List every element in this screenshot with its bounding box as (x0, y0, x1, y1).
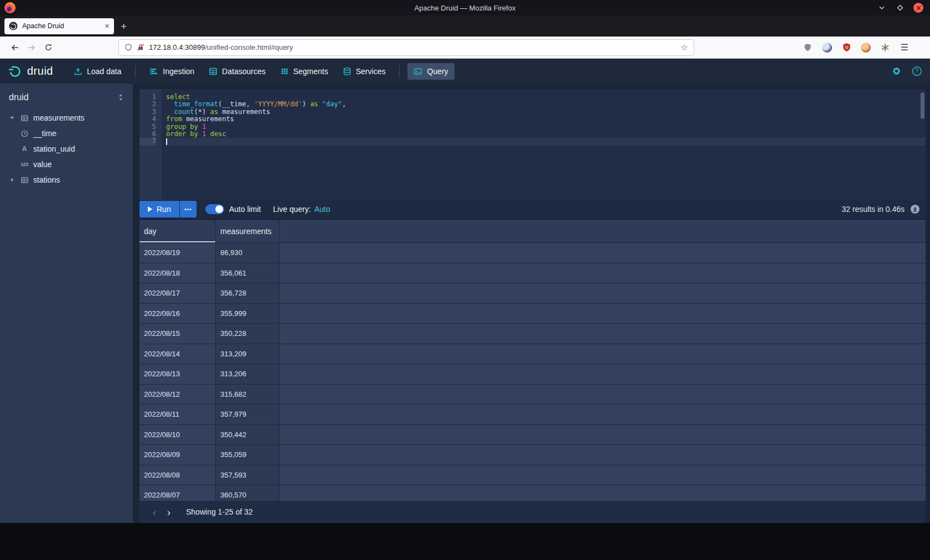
code-line[interactable]: from measurements (166, 116, 926, 123)
cell-day[interactable]: 2022/08/09 (140, 445, 216, 465)
editor-code[interactable]: select time_format(__time, 'YYYY/MM/dd')… (162, 89, 926, 200)
cell-measurements[interactable]: 86,930 (216, 243, 280, 263)
run-more-button[interactable]: ••• (180, 201, 197, 217)
cell-day[interactable]: 2022/08/19 (140, 243, 216, 263)
table-row[interactable]: 2022/08/13313,206 (140, 364, 926, 385)
back-button[interactable] (7, 39, 23, 56)
table-row[interactable]: 2022/08/16355,999 (140, 304, 926, 324)
window-maximize-button[interactable] (895, 3, 905, 13)
profile-avatar-icon[interactable] (858, 40, 874, 55)
colorful-asterisk-extension-icon[interactable] (877, 40, 893, 55)
help-icon[interactable]: ? (912, 66, 922, 76)
cell-day[interactable]: 2022/08/15 (140, 324, 216, 344)
cell-measurements[interactable]: 360,570 (216, 485, 280, 501)
previous-page-button[interactable]: ‹ (147, 505, 162, 519)
table-row[interactable]: 2022/08/17356,728 (140, 283, 926, 304)
shield-extension-icon[interactable] (800, 40, 815, 55)
insecure-lock-icon[interactable] (137, 43, 144, 51)
nav-label: Query (427, 67, 448, 76)
sql-editor[interactable]: 1234567 select time_format(__time, 'YYYY… (140, 89, 926, 200)
table-row[interactable]: 2022/08/18356,061 (140, 263, 926, 284)
next-page-button[interactable]: › (162, 505, 176, 519)
nav-datasources[interactable]: Datasources (203, 63, 272, 80)
column-header-day[interactable]: day (140, 220, 216, 242)
browser-tab[interactable]: Apache Druid ✕ (4, 18, 114, 34)
table-row[interactable]: 2022/08/11357,979 (140, 405, 926, 425)
ublock-origin-icon[interactable]: u (839, 40, 854, 55)
window-minimize-button[interactable] (877, 3, 887, 13)
forward-button[interactable] (23, 39, 40, 56)
url-text[interactable]: 172.18.0.4:30899/unified-console.html#qu… (149, 43, 676, 51)
cell-day[interactable]: 2022/08/10 (140, 425, 216, 445)
cell-measurements[interactable]: 355,059 (216, 445, 280, 465)
nav-segments[interactable]: Segments (274, 63, 334, 80)
nav-load-data[interactable]: Load data (68, 63, 127, 80)
cell-measurements[interactable]: 313,206 (216, 364, 280, 384)
table-row[interactable]: 2022/08/12315,682 (140, 385, 926, 405)
nav-query[interactable]: Query (407, 63, 454, 80)
table-row[interactable]: 2022/08/10350,442 (140, 425, 926, 445)
cell-day[interactable]: 2022/08/17 (140, 283, 216, 303)
shield-permissions-icon[interactable] (125, 43, 132, 51)
run-button[interactable]: Run (140, 201, 179, 217)
cell-day[interactable]: 2022/08/18 (140, 263, 216, 283)
bookmark-star-icon[interactable]: ☆ (681, 43, 688, 53)
tree-item-value[interactable]: 123 value (0, 157, 133, 172)
cell-measurements[interactable]: 355,999 (216, 304, 280, 324)
tab-close-icon[interactable]: ✕ (105, 23, 110, 29)
nav-services[interactable]: Services (337, 63, 392, 80)
cell-measurements[interactable]: 357,979 (216, 405, 280, 424)
cell-measurements[interactable]: 356,728 (216, 283, 280, 303)
cell-day[interactable]: 2022/08/11 (140, 405, 216, 424)
tree-item-station-uuid[interactable]: A station_uuid (0, 141, 133, 157)
table-row[interactable]: 2022/08/09355,059 (140, 445, 926, 465)
new-tab-button[interactable]: + (121, 21, 127, 32)
cell-measurements[interactable]: 350,228 (216, 324, 280, 344)
cell-day[interactable]: 2022/08/13 (140, 364, 216, 384)
editor-scrollbar-thumb[interactable] (921, 92, 924, 119)
reload-button[interactable] (40, 39, 56, 56)
code-line[interactable]: count(*) as measurements (166, 108, 926, 116)
cell-measurements[interactable]: 357,593 (216, 465, 280, 485)
window-titlebar[interactable]: Apache Druid — Mozilla Firefox (0, 0, 930, 15)
settings-gear-icon[interactable] (891, 66, 902, 76)
cell-measurements[interactable]: 315,682 (216, 385, 280, 405)
code-line[interactable]: select (166, 94, 926, 101)
table-row[interactable]: 2022/08/15350,228 (140, 324, 926, 344)
cell-measurements[interactable]: 356,061 (216, 263, 280, 283)
window-close-button[interactable] (913, 3, 923, 13)
tree-item-time-column[interactable]: __time (0, 126, 133, 141)
code-line[interactable] (166, 138, 926, 145)
chevron-right-icon[interactable] (9, 177, 16, 183)
cell-day[interactable]: 2022/08/12 (140, 385, 216, 405)
live-query-value[interactable]: Auto (314, 205, 330, 214)
url-bar[interactable]: 172.18.0.4:30899/unified-console.html#qu… (118, 39, 694, 56)
tree-item-measurements[interactable]: measurements (0, 110, 133, 126)
cell-measurements[interactable]: 350,442 (216, 425, 280, 445)
line-number: 2 (140, 101, 156, 108)
nav-ingestion[interactable]: Ingestion (143, 63, 200, 80)
code-line[interactable]: order by 1 desc (166, 131, 926, 138)
menu-icon[interactable]: ☰ (897, 40, 912, 55)
cell-day[interactable]: 2022/08/07 (140, 485, 216, 501)
cell-measurements[interactable]: 313,209 (216, 344, 280, 364)
code-line[interactable]: group by 1 (166, 123, 926, 131)
table-row[interactable]: 2022/08/08357,593 (140, 465, 926, 486)
tree-item-stations[interactable]: stations (0, 172, 133, 188)
auto-limit-toggle[interactable] (205, 204, 224, 214)
browser-toolbar: 172.18.0.4:30899/unified-console.html#qu… (0, 37, 930, 59)
nav-label: Ingestion (163, 67, 194, 76)
table-row[interactable]: 2022/08/07360,570 (140, 485, 926, 501)
double-caret-sort-icon[interactable] (117, 93, 124, 102)
avatar-extension-icon[interactable] (819, 40, 835, 55)
column-header-measurements[interactable]: measurements (216, 220, 280, 242)
download-results-icon[interactable] (910, 204, 920, 214)
brand[interactable]: druid (8, 64, 53, 79)
cell-day[interactable]: 2022/08/14 (140, 344, 216, 364)
table-row[interactable]: 2022/08/1986,930 (140, 243, 926, 263)
cell-day[interactable]: 2022/08/16 (140, 304, 216, 324)
cell-day[interactable]: 2022/08/08 (140, 465, 216, 485)
code-line[interactable]: time_format(__time, 'YYYY/MM/dd') as "da… (166, 101, 926, 108)
chevron-down-icon[interactable] (9, 115, 16, 121)
table-row[interactable]: 2022/08/14313,209 (140, 344, 926, 365)
